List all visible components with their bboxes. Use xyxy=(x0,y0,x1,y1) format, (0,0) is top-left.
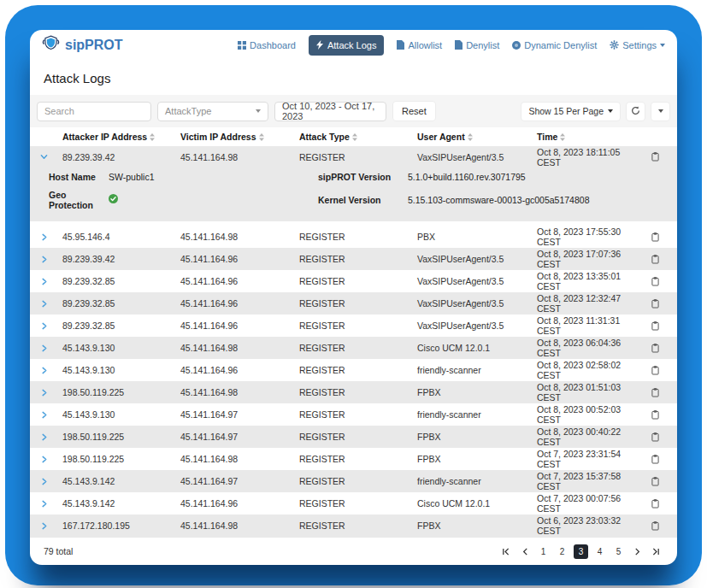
table-row[interactable]: 167.172.180.195 45.141.164.98 REGISTER F… xyxy=(30,514,677,537)
copy-button[interactable] xyxy=(643,321,667,331)
table-row[interactable]: 45.143.9.142 45.141.164.97 REGISTER frie… xyxy=(30,470,677,492)
cell-time: Oct 8, 2023 11:31:31 CEST xyxy=(537,315,643,336)
column-header-attacker-ip[interactable]: Attacker IP Address xyxy=(62,132,180,142)
chevron-right-icon[interactable] xyxy=(40,500,62,508)
cell-attack-type: REGISTER xyxy=(299,387,417,397)
nav-item-denylist[interactable]: Denylist xyxy=(455,40,499,50)
nav-item-attack-logs[interactable]: Attack Logs xyxy=(309,35,384,56)
nav-item-allowlist[interactable]: Allowlist xyxy=(397,40,442,50)
column-header-attack-type[interactable]: Attack Type xyxy=(299,132,417,142)
chevron-right-icon[interactable] xyxy=(40,522,62,530)
page-button-5[interactable]: 5 xyxy=(611,544,626,559)
cell-attacker-ip: 89.239.32.85 xyxy=(62,320,180,331)
pagination: 1 2 3 4 5 xyxy=(498,544,663,559)
cell-time: Oct 8, 2023 17:07:36 CEST xyxy=(537,249,643,269)
chevron-right-icon[interactable] xyxy=(40,433,62,441)
chevron-right-icon[interactable] xyxy=(40,411,62,419)
copy-button[interactable] xyxy=(643,152,667,162)
host-name-value: SW-public1 xyxy=(109,172,318,182)
table-row[interactable]: 198.50.119.225 45.141.164.97 REGISTER FP… xyxy=(30,426,677,448)
cell-victim-ip: 45.141.164.97 xyxy=(180,409,299,420)
table-header: Attacker IP Address Victim IP Address At… xyxy=(30,127,677,145)
cell-victim-ip: 45.141.164.96 xyxy=(180,276,299,286)
copy-button[interactable] xyxy=(643,255,667,264)
nav-label: Settings xyxy=(622,40,657,50)
copy-button[interactable] xyxy=(643,521,667,531)
column-header-time[interactable]: Time xyxy=(537,132,643,142)
page-button-4[interactable]: 4 xyxy=(592,544,607,559)
chevron-right-icon[interactable] xyxy=(40,278,62,285)
chevron-right-icon[interactable] xyxy=(40,300,62,308)
table-row[interactable]: 89.239.32.85 45.141.164.96 REGISTER VaxS… xyxy=(30,270,677,292)
table-row[interactable]: 45.95.146.4 45.141.164.98 REGISTER PBX O… xyxy=(30,226,677,248)
cell-attacker-ip: 198.50.119.225 xyxy=(62,432,180,442)
refresh-options-dropdown[interactable] xyxy=(651,102,670,121)
copy-button[interactable] xyxy=(643,232,667,242)
copy-button[interactable] xyxy=(643,344,667,353)
copy-button[interactable] xyxy=(643,455,667,464)
table-row[interactable]: 89.239.39.42 45.141.164.96 REGISTER VaxS… xyxy=(30,248,677,270)
cell-attack-type: REGISTER xyxy=(299,498,417,509)
page-button-2[interactable]: 2 xyxy=(555,544,569,559)
cell-attacker-ip: 45.143.9.130 xyxy=(62,343,180,353)
nav-item-dashboard[interactable]: Dashboard xyxy=(238,40,296,50)
table-row[interactable]: 198.50.119.225 45.141.164.98 REGISTER FP… xyxy=(30,448,677,470)
brand-logo[interactable]: sipPROT xyxy=(42,34,123,56)
chevron-right-icon[interactable] xyxy=(40,322,62,330)
table-row[interactable]: 45.143.9.130 45.141.164.97 REGISTER frie… xyxy=(30,403,677,426)
chevron-right-icon[interactable] xyxy=(40,233,62,241)
table-row[interactable]: 89.239.32.85 45.141.164.96 REGISTER VaxS… xyxy=(30,292,677,315)
copy-button[interactable] xyxy=(643,499,667,509)
reset-button[interactable]: Reset xyxy=(392,101,436,121)
chevron-right-icon[interactable] xyxy=(40,344,62,352)
page-button-3-active[interactable]: 3 xyxy=(574,544,588,559)
table-row[interactable]: 89.239.32.85 45.141.164.96 REGISTER VaxS… xyxy=(30,315,677,337)
date-range-input[interactable]: Oct 10, 2023 - Oct 17, 2023 xyxy=(274,102,386,121)
attack-type-placeholder: AttackType xyxy=(165,106,211,116)
attack-type-select[interactable]: AttackType xyxy=(157,102,268,121)
refresh-button[interactable] xyxy=(626,102,645,121)
copy-button[interactable] xyxy=(643,299,667,309)
copy-button[interactable] xyxy=(643,388,667,397)
search-input[interactable] xyxy=(44,106,144,116)
bolt-icon xyxy=(316,40,324,50)
copy-button[interactable] xyxy=(643,477,667,486)
column-header-victim-ip[interactable]: Victim IP Address xyxy=(180,132,299,142)
chevron-right-icon[interactable] xyxy=(40,456,62,463)
table-row-expanded[interactable]: 89.239.39.42 45.141.164.98 REGISTER VaxS… xyxy=(30,146,677,168)
nav-label: Attack Logs xyxy=(327,40,376,50)
cell-time: Oct 8, 2023 02:58:02 CEST xyxy=(537,360,643,380)
cell-user-agent: friendly-scanner xyxy=(417,365,537,375)
nav-label: Allowlist xyxy=(408,40,442,50)
chevron-right-icon[interactable] xyxy=(40,389,62,397)
chevron-right-icon[interactable] xyxy=(40,478,62,485)
table-row[interactable]: 45.143.9.130 45.141.164.98 REGISTER Cisc… xyxy=(30,337,677,359)
copy-button[interactable] xyxy=(643,277,667,286)
cell-time: Oct 8, 2023 00:52:03 CEST xyxy=(537,404,643,425)
chevron-down-icon[interactable] xyxy=(40,153,62,161)
copy-button[interactable] xyxy=(643,366,667,375)
chevron-right-icon[interactable] xyxy=(40,256,62,263)
sort-icon xyxy=(259,133,264,141)
prev-page-button[interactable] xyxy=(517,544,532,559)
copy-button[interactable] xyxy=(643,432,667,442)
copy-button[interactable] xyxy=(643,410,667,420)
per-page-dropdown[interactable]: Show 15 Per Page xyxy=(521,102,621,121)
page-button-1[interactable]: 1 xyxy=(536,544,551,559)
column-header-user-agent[interactable]: User Agent xyxy=(417,132,537,142)
cell-attack-type: REGISTER xyxy=(299,454,417,464)
brand-name: sipPROT xyxy=(65,38,123,53)
search-field xyxy=(37,102,151,121)
nav-item-dynamic-denylist[interactable]: Dynamic Denylist xyxy=(512,40,597,50)
next-page-button[interactable] xyxy=(630,544,645,559)
first-page-button[interactable] xyxy=(498,544,513,559)
sort-icon xyxy=(560,133,565,141)
table-row[interactable]: 198.50.119.225 45.141.164.98 REGISTER FP… xyxy=(30,381,677,403)
table-row[interactable]: 45.143.9.130 45.141.164.96 REGISTER frie… xyxy=(30,359,677,381)
last-page-button[interactable] xyxy=(649,544,663,559)
cell-victim-ip: 45.141.164.96 xyxy=(180,365,299,375)
chevron-right-icon[interactable] xyxy=(40,367,62,374)
table-row[interactable]: 45.143.9.142 45.141.164.96 REGISTER Cisc… xyxy=(30,492,677,514)
nav-item-settings[interactable]: Settings xyxy=(610,40,665,50)
cell-attacker-ip: 167.172.180.195 xyxy=(62,520,180,531)
